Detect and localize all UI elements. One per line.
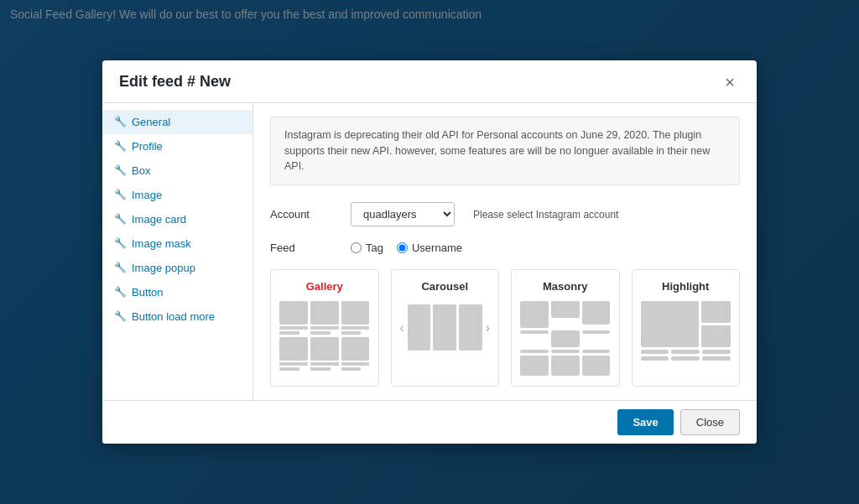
gallery-cap-6b (341, 367, 362, 371)
modal-close-button[interactable]: × (720, 72, 740, 92)
masonry-item-4a (520, 356, 549, 376)
gallery-cap-1a (279, 326, 308, 330)
gallery-cap-3a (341, 326, 370, 330)
gallery-cap-3b (341, 331, 362, 335)
highlight-small-1 (701, 301, 731, 323)
feed-username-label[interactable]: Username (397, 242, 462, 254)
gallery-cell-1 (279, 301, 308, 335)
gallery-grid (279, 301, 370, 371)
highlight-cap-6 (702, 356, 731, 361)
layout-card-highlight[interactable]: Highlight (632, 269, 741, 387)
gallery-cap-5b (310, 367, 331, 371)
feed-username-radio[interactable] (397, 242, 408, 253)
highlight-row-3 (641, 356, 731, 361)
layout-card-carousel[interactable]: Carousel ‹ › (391, 269, 500, 387)
highlight-cap-1 (641, 350, 669, 354)
highlight-cap-4 (641, 356, 669, 361)
gallery-cell-6 (341, 337, 370, 371)
masonry-row-3 (520, 350, 611, 353)
gallery-cell-2 (310, 301, 339, 335)
wrench-icon-box: 🔧 (114, 164, 127, 176)
wrench-icon-profile: 🔧 (114, 140, 127, 152)
masonry-item-1b (551, 301, 580, 318)
sidebar-item-image-card[interactable]: 🔧 Image card (102, 207, 252, 231)
gallery-cap-1b (279, 331, 299, 335)
sidebar-item-button[interactable]: 🔧 Button (102, 280, 252, 304)
wrench-icon-image-card: 🔧 (114, 213, 127, 225)
main-content: Instagram is deprecating their old API f… (253, 103, 757, 400)
sidebar-label-button: Button (132, 286, 164, 299)
sidebar-item-image-popup[interactable]: 🔧 Image popup (102, 256, 252, 280)
feed-tag-text: Tag (366, 242, 383, 254)
modal-body: 🔧 General 🔧 Profile 🔧 Box 🔧 Image 🔧 (102, 103, 757, 400)
wrench-icon-image-popup: 🔧 (114, 262, 127, 273)
account-select[interactable]: quadlayers (351, 202, 455, 226)
sidebar-label-image-popup: Image popup (132, 262, 195, 274)
modal-backdrop: Edit feed # New × 🔧 General 🔧 Profile 🔧 … (0, 0, 859, 504)
wrench-icon-button: 🔧 (114, 286, 127, 298)
gallery-cell-4 (279, 337, 308, 371)
layout-card-gallery[interactable]: Gallery (270, 269, 379, 387)
highlight-row-1 (641, 301, 731, 347)
sidebar-item-general[interactable]: 🔧 General (102, 110, 252, 134)
sidebar: 🔧 General 🔧 Profile 🔧 Box 🔧 Image 🔧 (102, 103, 253, 400)
masonry-cap-3a (520, 350, 549, 353)
layout-grid: Gallery (270, 269, 740, 387)
sidebar-label-profile: Profile (132, 140, 163, 153)
masonry-cap-2a (520, 330, 549, 334)
highlight-big (641, 301, 700, 347)
layout-highlight-title: Highlight (662, 280, 709, 293)
layout-carousel-title: Carousel (421, 280, 468, 293)
highlight-preview (641, 301, 731, 361)
masonry-preview (520, 301, 611, 376)
feed-username-text: Username (412, 242, 462, 254)
carousel-item-3 (459, 304, 482, 351)
save-button[interactable]: Save (617, 409, 673, 435)
gallery-preview (279, 301, 370, 371)
modal-title: Edit feed # New (119, 73, 231, 91)
masonry-item-4c (582, 356, 611, 376)
wrench-icon-general: 🔧 (114, 116, 127, 127)
carousel-item-2 (433, 304, 456, 351)
masonry-item-1a (520, 301, 549, 328)
layout-masonry-title: Masonry (543, 280, 587, 293)
masonry-row-2 (520, 330, 611, 347)
feed-tag-label[interactable]: Tag (351, 242, 383, 254)
masonry-row-4 (520, 356, 611, 376)
gallery-thumb-5 (310, 337, 339, 361)
sidebar-label-box: Box (132, 164, 150, 177)
sidebar-label-image-card: Image card (132, 213, 186, 226)
highlight-col (701, 301, 731, 347)
layout-card-masonry[interactable]: Masonry (511, 269, 620, 387)
sidebar-item-button-load-more[interactable]: 🔧 Button load more (102, 304, 252, 329)
feed-tag-radio[interactable] (351, 242, 362, 253)
sidebar-item-image-mask[interactable]: 🔧 Image mask (102, 231, 252, 256)
account-row: Account quadlayers Please select Instagr… (270, 202, 740, 226)
masonry-item-2b (551, 330, 580, 347)
gallery-cap-5a (310, 362, 339, 366)
masonry-cap-3b (551, 350, 580, 353)
carousel-preview: ‹ › (400, 301, 491, 354)
gallery-cap-2b (310, 331, 331, 335)
sidebar-item-image[interactable]: 🔧 Image (102, 183, 252, 207)
account-label: Account (270, 208, 337, 221)
sidebar-label-image: Image (132, 189, 162, 201)
modal-footer: Save Close (102, 400, 757, 444)
masonry-cap-3c (582, 350, 611, 353)
masonry-row-1 (520, 301, 611, 328)
highlight-small-2 (701, 325, 731, 347)
gallery-cap-6a (341, 362, 370, 366)
carousel-items (408, 304, 482, 351)
sidebar-item-profile[interactable]: 🔧 Profile (102, 134, 252, 158)
close-button[interactable]: Close (680, 409, 740, 435)
gallery-thumb-1 (279, 301, 308, 325)
gallery-cell-3 (341, 301, 370, 335)
sidebar-label-image-mask: Image mask (132, 237, 191, 250)
highlight-cap-5 (671, 356, 700, 361)
sidebar-item-box[interactable]: 🔧 Box (102, 158, 252, 183)
wrench-icon-image-mask: 🔧 (114, 237, 127, 249)
feed-radio-group: Tag Username (351, 242, 462, 254)
account-hint: Please select Instagram account (473, 209, 618, 221)
highlight-cap-2 (671, 350, 700, 354)
highlight-row-2 (641, 350, 731, 354)
